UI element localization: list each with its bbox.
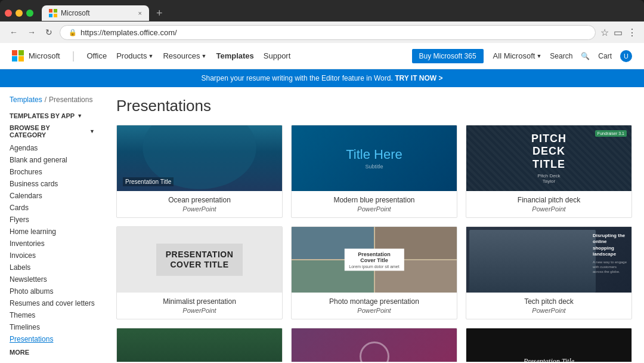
pitch-badge: Fundraiser 3.1 [595,130,627,137]
page-content: Microsoft | Office Products ▼ Resources … [0,43,644,363]
sidebar-item-flyers[interactable]: Flyers [10,214,95,226]
template-app: PowerPoint [298,205,451,213]
minimize-button[interactable] [16,10,23,17]
sidebar-item-resumes-and-cover-letters[interactable]: Resumes and cover letters [10,297,95,309]
resources-dropdown[interactable]: Resources ▼ [163,51,206,60]
tab-title: Microsoft [61,9,90,17]
url-text: https://templates.office.com/ [80,28,177,37]
template-card-0[interactable]: Presentation Title Ocean presentation Po… [116,125,283,218]
search-link[interactable]: Search [550,52,572,60]
breadcrumb: Templates / Presentations [10,96,95,104]
tech-headline: Disrupting theonline shoppinglandscape [593,233,628,258]
cart-link[interactable]: Cart [598,52,612,60]
maximize-button[interactable] [26,10,33,17]
thumb-nature: PRESENTATION TITLE HERE [117,328,282,362]
minimal-title: PRESENTATIONCOVER TITLE [166,250,234,270]
templates-link[interactable]: Templates [216,51,253,60]
browse-by-category-header[interactable]: BROWSE BY CATEGORY ▼ [10,124,95,139]
template-info: Ocean presentation PowerPoint [117,191,282,217]
all-ms-label: All Microsoft [493,51,535,60]
active-tab[interactable]: Microsoft × [42,5,149,21]
templates-by-app-caret: ▼ [77,113,82,119]
template-info: Financial pitch deck PowerPoint [466,191,631,217]
svg-rect-1 [54,9,57,13]
sidebar-item-photo-albums[interactable]: Photo albums [10,285,95,297]
template-app: PowerPoint [123,307,276,314]
sidebar-item-presentations[interactable]: Presentations [10,333,95,345]
new-tab-button[interactable]: + [151,7,168,20]
templates-by-app-header[interactable]: TEMPLATES BY APP ▼ [10,112,95,119]
nav-divider: | [72,50,75,62]
top-navigation: Microsoft | Office Products ▼ Resources … [0,43,644,69]
lock-icon: 🔒 [69,29,77,36]
template-card-7[interactable]: Contoso Contoso presentation PowerPoint [291,328,457,362]
more-link[interactable]: MORE [10,349,95,356]
ms-blue-square [12,56,17,61]
sidebar-item-home-learning[interactable]: Home learning [10,226,95,238]
tech-body: A new way to engage with customersacross… [593,260,628,275]
sidebar-item-timelines[interactable]: Timelines [10,321,95,333]
thumb-tech: Disrupting theonline shoppinglandscape A… [466,227,631,293]
tab-close-icon[interactable]: × [138,10,142,17]
extensions-icon[interactable]: ▭ [614,27,623,38]
pink-inner: Contoso [360,342,389,362]
ms-green-square [18,50,24,56]
ms-yellow-square [18,56,24,61]
sidebar-item-business-cards[interactable]: Business cards [10,178,95,190]
back-button[interactable]: ← [7,26,20,38]
template-name: Tech pitch deck [472,297,626,306]
microsoft-logo[interactable]: Microsoft [12,50,60,62]
forward-button[interactable]: → [25,26,38,38]
sidebar-item-agendas[interactable]: Agendas [10,142,95,154]
template-name: Modern blue presentation [298,196,451,204]
template-info: Modern blue presentation PowerPoint [292,191,457,217]
sidebar-item-blank-and-general[interactable]: Blank and general [10,154,95,166]
template-card-8[interactable]: Presentation Title Elegant presentation … [466,328,632,362]
sidebar: Templates / Presentations TEMPLATES BY A… [0,87,104,362]
buy-button[interactable]: Buy Microsoft 365 [412,49,484,63]
star-icon[interactable]: ☆ [600,27,609,38]
template-card-3[interactable]: PRESENTATIONCOVER TITLE Minimalist prese… [116,226,283,319]
photo-overlay: PresentationCover Title Lorem ipsum dolo… [344,249,404,271]
products-label: Products [116,51,147,60]
tab-favicon [49,9,57,17]
promo-banner: Sharpen your resume writing with the Edi… [0,69,644,87]
template-app: PowerPoint [123,205,276,213]
browse-category-caret: ▼ [89,128,95,134]
template-info: Photo montage presentation PowerPoint [292,293,457,319]
template-card-2[interactable]: Fundraiser 3.1 PITCHDECKTITLE Pitch Deck… [466,125,632,218]
support-link[interactable]: Support [264,51,291,60]
template-card-6[interactable]: PRESENTATION TITLE HERE Nature presentat… [116,328,283,362]
close-button[interactable] [5,10,12,17]
products-dropdown[interactable]: Products ▼ [116,51,153,60]
template-card-5[interactable]: Disrupting theonline shoppinglandscape A… [466,226,632,319]
user-icon[interactable]: U [620,50,632,62]
thumb-minimal: PRESENTATIONCOVER TITLE [117,227,282,293]
reload-button[interactable]: ↻ [43,26,55,38]
sidebar-item-invoices[interactable]: Invoices [10,250,95,262]
breadcrumb-templates[interactable]: Templates [10,96,42,104]
sidebar-item-cards[interactable]: Cards [10,202,95,214]
svg-rect-2 [49,14,52,17]
all-ms-dropdown[interactable]: All Microsoft ▼ [493,51,542,60]
search-icon[interactable]: 🔍 [581,52,590,60]
sidebar-item-newsletters[interactable]: Newsletters [10,273,95,285]
sidebar-categories: AgendasBlank and generalBrochuresBusines… [10,142,95,345]
tech-text: Disrupting theonline shoppinglandscape A… [593,233,628,275]
url-bar[interactable]: 🔒 https://templates.office.com/ [60,25,596,40]
office-link[interactable]: Office [86,51,107,60]
template-card-4[interactable]: PresentationCover Title Lorem ipsum dolo… [291,226,457,319]
sidebar-item-calendars[interactable]: Calendars [10,190,95,202]
pitch-title: PITCHDECKTITLE [531,133,566,171]
banner-cta[interactable]: TRY IT NOW > [395,74,442,82]
sidebar-item-labels[interactable]: Labels [10,262,95,273]
menu-icon[interactable]: ⋮ [627,27,637,38]
all-ms-caret: ▼ [536,53,541,59]
svg-rect-3 [54,14,57,17]
sidebar-item-themes[interactable]: Themes [10,309,95,321]
template-card-1[interactable]: Title Here Subtitle Modern blue presenta… [291,125,457,218]
sidebar-item-inventories[interactable]: Inventories [10,238,95,250]
sidebar-item-brochures[interactable]: Brochures [10,166,95,178]
banner-text: Sharpen your resume writing with the Edi… [202,74,393,82]
minimal-inner: PRESENTATIONCOVER TITLE [156,244,243,276]
